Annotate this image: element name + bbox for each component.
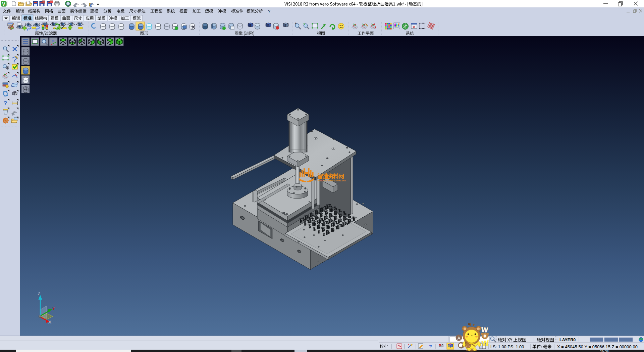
- svg-text:LAYER0: LAYER0: [559, 338, 576, 342]
- svg-text:A: A: [458, 336, 461, 341]
- svg-text:INTELLIGENT MANUFACTURING DATA: INTELLIGENT MANUFACTURING DATA: [318, 180, 346, 182]
- svg-text:Y: Y: [52, 306, 55, 311]
- svg-text:LS: 1.00 PS: 1.00: LS: 1.00 PS: 1.00: [490, 344, 524, 349]
- svg-text:+: +: [295, 22, 297, 25]
- svg-text:15:28: 15:28: [600, 349, 609, 352]
- svg-text:Z: Z: [38, 291, 41, 296]
- svg-text:?: ?: [4, 100, 7, 106]
- svg-text:W: W: [481, 339, 490, 348]
- svg-text:V: V: [2, 1, 5, 7]
- svg-text:X = 45045.50 Y = 05066.15 Z =: X = 45045.50 Y = 05066.15 Z = 00000.00: [557, 344, 638, 349]
- svg-text:?: ?: [429, 344, 432, 349]
- svg-text:?: ?: [268, 9, 270, 14]
- svg-text:X: X: [48, 319, 52, 325]
